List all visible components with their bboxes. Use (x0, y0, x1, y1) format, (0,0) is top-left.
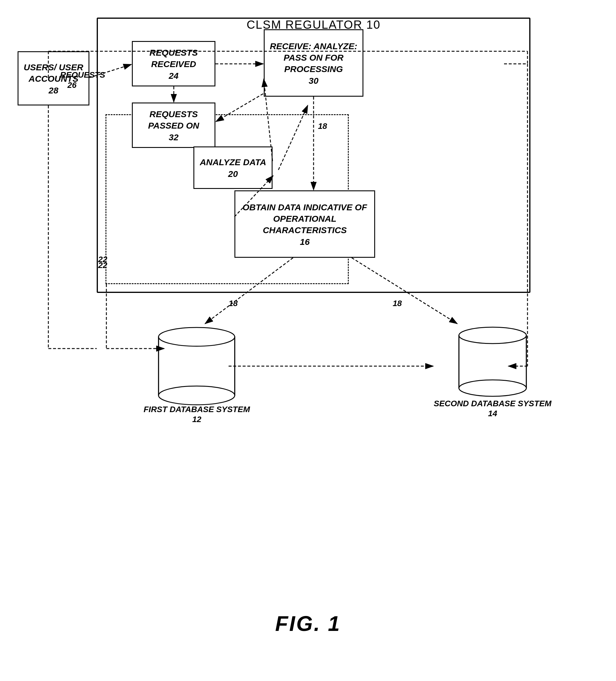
svg-point-1 (158, 327, 235, 346)
analyze-data-number: 20 (228, 169, 238, 179)
first-db-label: FIRST DATABASE SYSTEM (144, 405, 250, 414)
ref-18-mid: 18 (228, 299, 238, 308)
ref-22-label: 22 (98, 255, 107, 264)
svg-point-7 (459, 380, 526, 396)
requests-received-number: 24 (169, 71, 178, 81)
svg-point-2 (158, 386, 235, 405)
receive-analyze-node: RECEIVE: ANALYZE: PASS ON FOR PROCESSING… (264, 29, 363, 97)
svg-point-6 (459, 327, 526, 344)
first-db-number: 12 (144, 415, 250, 424)
ref-18-top: 18 (318, 122, 327, 131)
requests-passed-label: REQUESTS PASSED ON (136, 108, 212, 131)
ref-26: 26 (67, 80, 76, 90)
requests-received-node: REQUESTS RECEIVED 24 (132, 41, 215, 86)
first-database: FIRST DATABASE SYSTEM 12 (144, 322, 250, 424)
requests-received-label: REQUESTS RECEIVED (136, 47, 212, 70)
obtain-data-node: OBTAIN DATA INDICATIVE OF OPERATIONAL CH… (235, 191, 375, 258)
requests-passed-number: 32 (169, 132, 178, 142)
fig-label: FIG. 1 (0, 611, 616, 636)
analyze-data-node: ANALYZE DATA 20 (193, 147, 273, 189)
first-db-cylinder-svg (156, 322, 238, 410)
users-number: 28 (49, 85, 58, 96)
ref-requests-26: REQUESTS (60, 70, 105, 80)
receive-analyze-label: RECEIVE: ANALYZE: PASS ON FOR PROCESSING (268, 41, 360, 75)
analyze-data-label: ANALYZE DATA (200, 156, 266, 168)
second-db-cylinder-svg (456, 322, 529, 401)
diagram-container: CLSM REGULATOR 10 22 USERS/ USER ACCOUNT… (0, 6, 616, 650)
second-database: SECOND DATABASE SYSTEM 14 (434, 322, 551, 418)
second-db-number: 14 (434, 409, 551, 418)
obtain-data-label: OBTAIN DATA INDICATIVE OF OPERATIONAL CH… (238, 202, 371, 236)
receive-analyze-number: 30 (309, 76, 318, 86)
obtain-data-number: 16 (300, 237, 310, 247)
second-db-label: SECOND DATABASE SYSTEM (434, 399, 551, 408)
requests-passed-node: REQUESTS PASSED ON 32 (132, 102, 215, 148)
ref-18-right: 18 (393, 299, 402, 308)
